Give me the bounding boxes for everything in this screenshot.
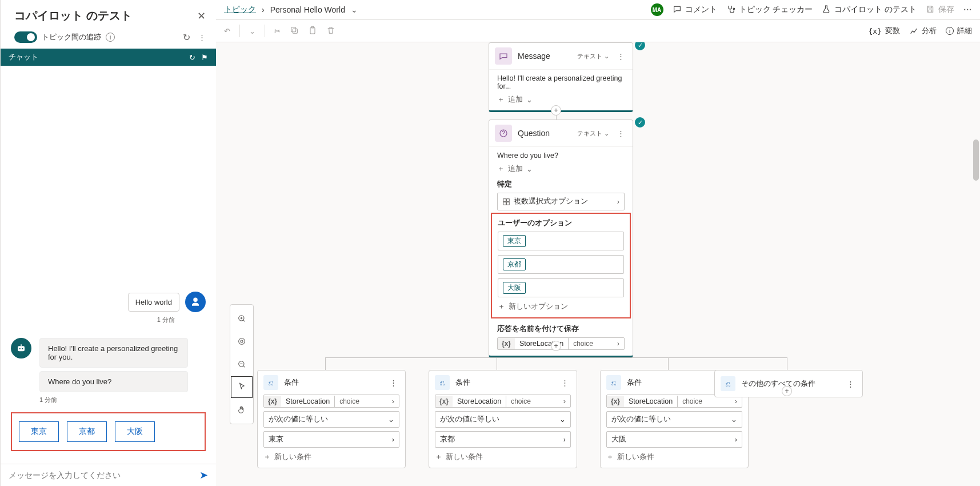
- bot-timestamp: 1 分前: [39, 396, 206, 409]
- check-icon: ✓: [635, 117, 645, 128]
- vertical-scrollbar[interactable]: [971, 42, 980, 486]
- flow-canvas[interactable]: + + + ✓ Message テキスト ⌄ ⋮ Hello! I'll cre…: [216, 42, 980, 486]
- svg-point-2: [22, 348, 23, 349]
- trash-icon[interactable]: [326, 26, 335, 37]
- format-dropdown[interactable]: テキスト ⌄: [577, 129, 609, 138]
- node-more-icon[interactable]: ⋮: [615, 52, 627, 61]
- operator-picker[interactable]: が次の値に等しい⌄: [435, 411, 571, 428]
- svg-rect-5: [293, 29, 297, 33]
- variable-picker[interactable]: {x} StoreLocation choice ›: [497, 337, 625, 350]
- comments-button[interactable]: コメント: [673, 5, 717, 15]
- add-message-button[interactable]: ＋追加⌄: [497, 95, 625, 105]
- add-condition-button[interactable]: ＋新しい条件: [263, 451, 399, 462]
- value-picker[interactable]: 京都›: [435, 431, 571, 448]
- chat-tab[interactable]: チャット: [9, 52, 38, 62]
- save-icon: [926, 5, 935, 15]
- node-more-icon[interactable]: ⋮: [387, 379, 399, 387]
- refresh-icon[interactable]: ↻: [183, 32, 190, 43]
- conversation: Hello world 1 分前 Hello! I'll create a pe…: [1, 66, 216, 464]
- more-actions-icon[interactable]: ···: [963, 5, 972, 14]
- restart-chat-icon[interactable]: ↻: [189, 53, 195, 62]
- question-node[interactable]: ✓ Question テキスト ⌄ ⋮ Where do you live? ＋…: [489, 119, 633, 357]
- add-node-button[interactable]: +: [551, 341, 561, 351]
- add-condition-button[interactable]: ＋新しい条件: [606, 451, 742, 462]
- option-input[interactable]: 京都: [498, 255, 624, 274]
- branch-icon: ⎌: [721, 376, 735, 391]
- topic-checker-button[interactable]: トピック チェッカー: [726, 5, 813, 15]
- variable-picker[interactable]: {x}StoreLocationchoice›: [263, 395, 399, 408]
- pan-tool-icon[interactable]: [231, 399, 253, 421]
- option-tokyo-button[interactable]: 東京: [19, 421, 59, 442]
- node-title: Message: [518, 51, 571, 61]
- question-body-text[interactable]: Where do you live?: [497, 152, 625, 160]
- cut-icon[interactable]: ✂: [274, 27, 281, 35]
- close-icon[interactable]: ✕: [197, 10, 206, 22]
- flag-icon[interactable]: ⚑: [201, 53, 208, 62]
- option-input[interactable]: 東京: [498, 232, 624, 250]
- more-icon[interactable]: ⋮: [198, 33, 206, 42]
- chevron-down-icon[interactable]: ⌄: [351, 5, 358, 14]
- user-message-row[interactable]: Hello world: [11, 292, 206, 312]
- question-icon: [495, 125, 512, 142]
- scrollbar-thumb[interactable]: [973, 140, 979, 181]
- bot-message-row[interactable]: Hello! I'll create a personalized greeti…: [11, 338, 206, 368]
- variable-picker[interactable]: {x}StoreLocationchoice›: [435, 395, 571, 408]
- operator-picker[interactable]: が次の値に等しい⌄: [263, 411, 399, 428]
- fit-icon[interactable]: [231, 330, 253, 352]
- chevron-right-icon: ›: [613, 338, 624, 349]
- node-more-icon[interactable]: ⋮: [559, 379, 571, 387]
- svg-rect-11: [507, 198, 510, 201]
- operator-picker[interactable]: が次の値に等しい⌄: [606, 411, 742, 428]
- message-input[interactable]: [9, 471, 199, 480]
- option-input[interactable]: 大阪: [498, 278, 624, 297]
- user-message-text: Hello world: [128, 293, 179, 312]
- condition-node[interactable]: ⎌ 条件 ⋮ {x}StoreLocationchoice› が次の値に等しい⌄…: [257, 370, 406, 468]
- test-copilot-button[interactable]: コパイロット のテスト: [822, 5, 917, 15]
- svg-point-4: [733, 8, 735, 10]
- add-node-button[interactable]: +: [782, 386, 792, 396]
- svg-rect-7: [310, 27, 315, 34]
- presence-badge[interactable]: MA: [651, 3, 663, 16]
- message-node[interactable]: ✓ Message テキスト ⌄ ⋮ Hello! I'll create a …: [489, 42, 633, 112]
- breadcrumb-topics[interactable]: トピック: [224, 5, 256, 15]
- user-options-label: ユーザーのオプション: [498, 218, 624, 228]
- node-more-icon[interactable]: ⋮: [845, 380, 857, 388]
- message-body-text[interactable]: Hello! I'll create a personalized greeti…: [497, 74, 625, 90]
- add-node-button[interactable]: +: [551, 105, 561, 115]
- topic-tracking-toggle[interactable]: [14, 31, 37, 43]
- value-picker[interactable]: 東京›: [263, 431, 399, 448]
- option-osaka-button[interactable]: 大阪: [115, 421, 155, 442]
- add-question-button[interactable]: ＋追加⌄: [497, 164, 625, 174]
- save-var-label: 応答を名前を付けて保存: [497, 324, 625, 334]
- bot-message-text: Hello! I'll create a personalized greeti…: [39, 338, 188, 368]
- new-option-button[interactable]: ＋新しいオプション: [498, 302, 624, 312]
- details-button[interactable]: i詳細: [946, 26, 972, 36]
- condition-node[interactable]: ⎌条件⋮ {x}StoreLocationchoice› が次の値に等しい⌄ 京…: [429, 370, 577, 468]
- option-kyoto-button[interactable]: 京都: [67, 421, 107, 442]
- add-condition-button[interactable]: ＋新しい条件: [435, 451, 571, 462]
- zoom-in-icon[interactable]: [231, 308, 253, 329]
- node-more-icon[interactable]: ⋮: [615, 129, 627, 138]
- svg-rect-3: [21, 344, 22, 346]
- value-picker[interactable]: 大阪›: [606, 431, 742, 448]
- zoom-out-icon[interactable]: [231, 353, 253, 375]
- paste-icon[interactable]: [308, 26, 317, 37]
- svg-rect-8: [311, 26, 314, 28]
- format-dropdown[interactable]: テキスト ⌄: [577, 52, 609, 61]
- suggested-options: 東京 京都 大阪: [11, 412, 206, 451]
- send-icon[interactable]: ➤: [199, 469, 208, 481]
- analysis-button[interactable]: 分析: [909, 26, 937, 36]
- info-icon[interactable]: i: [106, 33, 115, 42]
- select-tool-icon[interactable]: [231, 376, 253, 398]
- top-bar: トピック › Personal Hello World ⌄ MA コメント トピ…: [216, 0, 980, 19]
- message-icon: [495, 47, 512, 65]
- redo-menu-icon[interactable]: ⌄: [249, 27, 255, 35]
- breadcrumb-current[interactable]: Personal Hello World: [270, 5, 345, 14]
- undo-icon[interactable]: ↶: [224, 27, 230, 35]
- canvas: トピック › Personal Hello World ⌄ MA コメント トピ…: [216, 0, 980, 486]
- bot-message-text[interactable]: Where do you live?: [39, 371, 188, 392]
- identify-picker[interactable]: 複数選択式オプション ›: [497, 193, 625, 210]
- node-title: Question: [518, 129, 571, 138]
- variables-button[interactable]: {x}変数: [869, 26, 900, 36]
- copy-icon[interactable]: [290, 26, 299, 37]
